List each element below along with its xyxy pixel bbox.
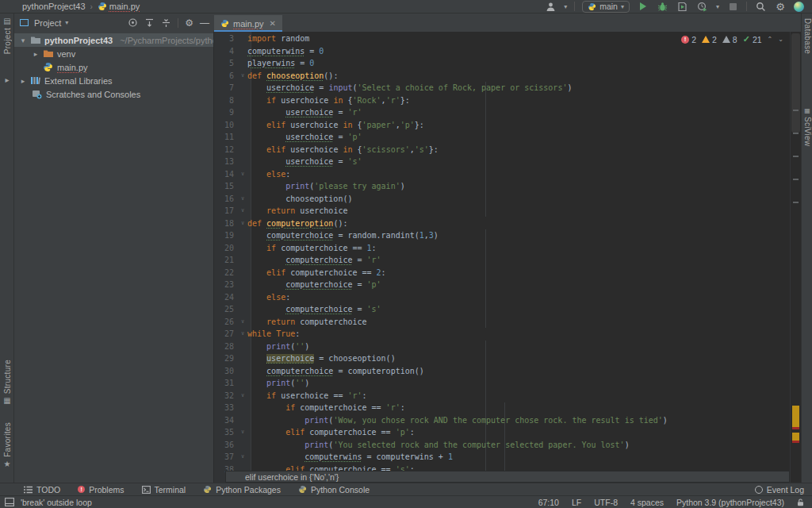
next-problem-icon[interactable]: ⌄ [778,36,783,43]
expand-all-icon[interactable] [144,17,155,28]
line-number: 33 [214,402,238,414]
tree-row-scratches[interactable]: Scratches and Consoles [14,87,213,101]
line-number: 19 [214,229,238,242]
line-number: 16 [214,193,238,206]
run-with-coverage-button[interactable] [676,0,689,13]
collapse-all-icon[interactable] [161,17,171,28]
toolwindow-python-packages[interactable]: Python Packages [203,485,281,495]
project-view-dropdown-icon[interactable]: ▾ [65,19,68,26]
line-separator[interactable]: LF [572,498,581,507]
debug-button[interactable] [657,0,669,13]
star-icon: ★ [4,460,11,468]
terminal-icon [142,486,151,494]
pycharm-logo-icon[interactable] [794,2,804,12]
line-number: 15 [214,180,238,193]
warning-count: 2 [702,35,717,44]
fold-column [238,33,247,45]
run-button[interactable] [637,0,649,13]
code-line: 17∨ return userchoice [214,205,790,217]
fold-marker-icon[interactable]: ∨ [238,328,247,341]
run-configuration-select[interactable]: main ▾ [582,1,630,13]
fold-marker-icon[interactable]: ∨ [238,168,247,181]
stop-button[interactable] [726,0,739,13]
fold-column [238,229,247,242]
fold-marker-icon[interactable]: ∨ [238,316,247,329]
code-text: computerchoice = 's' [247,303,381,316]
tool-stripe-structure[interactable]: Structure ▦ [0,360,14,405]
code-line: 34 print('Wow, you chose rock AND the co… [214,414,790,427]
settings-gear-icon[interactable]: ⚙ [774,0,787,13]
indent-setting[interactable]: 4 spaces [630,498,664,507]
tool-stripe-favorites-label: Favorites [3,422,12,457]
tree-row-main-py[interactable]: main.py [14,60,213,74]
tool-stripe-bookmark[interactable]: ▸ [0,75,14,84]
toolwindow-todo[interactable]: TODO [24,485,60,495]
code-text: print('') [247,341,309,353]
breadcrumb-project[interactable]: pythonProject43 [22,2,86,11]
inspections-widget[interactable]: !2 2 8 ✓21 ⌃ ⌄ [681,34,783,44]
user-dropdown-icon[interactable]: ▾ [564,3,567,10]
fold-column [238,291,247,304]
tool-stripe-sciview[interactable]: ▦ SciView [802,107,812,147]
toolwindow-python-console[interactable]: Python Console [298,485,370,495]
code-editor[interactable]: 3import random4computerwins = 05playerwi… [214,32,801,483]
toolwindow-toggle-icon[interactable] [5,498,14,506]
fold-marker-icon[interactable]: ∨ [238,390,247,402]
lock-icon[interactable] [797,498,804,506]
hide-panel-icon[interactable]: — [200,18,209,28]
error-stripe-scrollbar[interactable] [790,32,801,483]
left-tool-stripe: ▤ Project ▸ Structure ▦ Favorites ★ [0,13,14,483]
fold-column [238,156,247,168]
prev-problem-icon[interactable]: ⌃ [768,36,773,43]
chevron-down-icon[interactable]: ▾ [19,37,27,44]
fold-marker-icon[interactable]: ∨ [238,426,247,439]
event-log-button[interactable]: Event Log [755,485,804,495]
line-number: 36 [214,439,238,452]
toolwindow-terminal[interactable]: Terminal [142,485,186,495]
project-view-title[interactable]: Project [34,18,61,28]
line-number: 25 [214,303,238,316]
breadcrumb-file[interactable]: main.py [109,2,140,11]
search-everywhere-icon[interactable] [754,0,767,13]
fold-marker-icon[interactable]: ∨ [238,70,247,83]
code-line: 6∨def chooseoption(): [214,70,790,83]
project-tool-icon: ▤ [3,17,10,25]
chevron-right-icon[interactable]: ▸ [19,77,27,85]
tree-item-label: main.py [57,63,88,72]
fold-marker-icon[interactable]: ∨ [238,451,247,464]
line-number: 13 [214,156,238,168]
code-line: 5playerwins = 0 [214,57,790,70]
line-number: 6 [214,70,238,83]
tool-stripe-database[interactable]: Database [802,18,812,54]
file-encoding[interactable]: UTF-8 [594,498,618,507]
project-settings-gear-icon[interactable]: ⚙ [185,18,193,28]
problems-icon: ! [78,486,85,493]
profiler-dropdown-icon[interactable]: ▾ [716,3,719,10]
locate-file-icon[interactable] [128,17,138,28]
fold-column [238,267,247,279]
tab-main-py[interactable]: main.py ✕ [214,15,282,32]
toolwindow-problems[interactable]: ! Problems [78,485,124,495]
fold-marker-icon[interactable]: ∨ [238,217,247,230]
ok-count: ✓21 [743,34,762,44]
tree-row-external-libraries[interactable]: ▸ External Libraries [14,74,213,87]
user-icon[interactable] [544,0,557,13]
sciview-tool-icon: ▦ [804,107,810,114]
chevron-right-icon[interactable]: ▸ [32,50,40,58]
interpreter[interactable]: Python 3.9 (pythonProject43) [676,498,784,507]
tool-stripe-structure-label: Structure [3,360,12,394]
profiler-button[interactable] [696,0,709,13]
tab-close-icon[interactable]: ✕ [270,19,276,28]
stripe-mark [793,179,799,180]
tree-row-project-root[interactable]: ▾ pythonProject43 ~/PycharmProjects/pyth… [14,33,213,47]
fold-marker-icon[interactable]: ∨ [238,193,247,206]
line-number: 18 [214,217,238,230]
caret-position[interactable]: 67:10 [538,498,559,507]
tree-row-venv[interactable]: ▸ venv [14,47,213,60]
tool-stripe-project[interactable]: ▤ Project [0,17,14,54]
code-line: 23 computerchoice = 'p' [214,279,790,291]
tree-item-path: ~/PycharmProjects/pythonProje [120,36,214,45]
tool-stripe-favorites[interactable]: Favorites ★ [0,422,14,468]
scrollbar-thumb[interactable] [791,33,800,133]
fold-marker-icon[interactable]: ∨ [238,205,247,217]
